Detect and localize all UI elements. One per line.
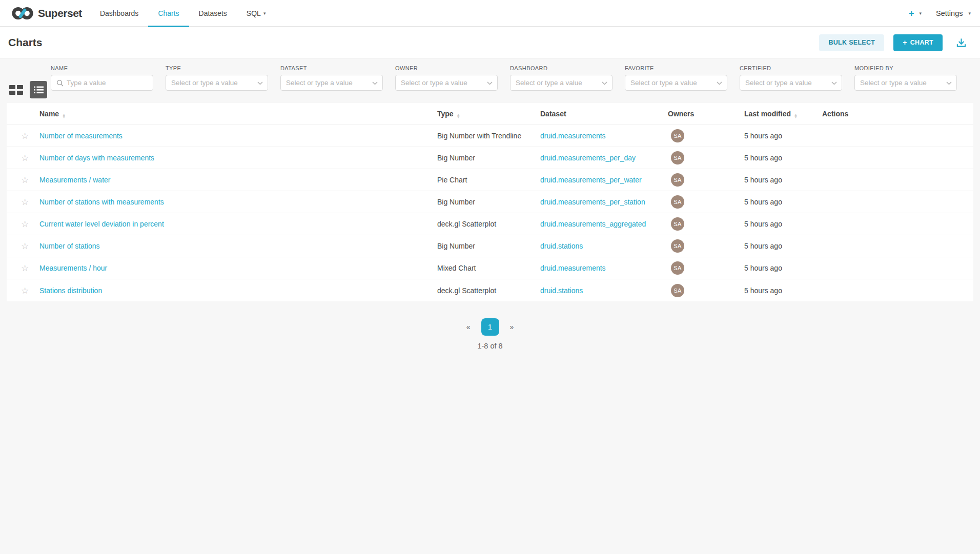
chart-type: Mixed Chart <box>437 264 476 272</box>
content-area: NAMEType a valueTYPESelect or type a val… <box>0 58 980 554</box>
owner-avatar[interactable]: SA <box>671 129 684 142</box>
filter-placeholder: Select or type a value <box>171 79 238 87</box>
sort-icon: ▲▼ <box>62 114 66 118</box>
filter-label: CERTIFIED <box>740 65 842 71</box>
chevron-down-icon <box>487 81 493 85</box>
column-header-last-modified[interactable]: Last modified▲▼ <box>744 110 798 118</box>
owner-avatar[interactable]: SA <box>671 239 684 253</box>
chart-type: Big Number with Trendline <box>437 132 521 140</box>
sort-icon: ▲▼ <box>457 114 460 118</box>
filter-select[interactable]: Select or type a value <box>395 75 498 91</box>
last-modified: 5 hours ago <box>744 242 782 250</box>
dataset-link[interactable]: druid.measurements <box>540 264 606 272</box>
column-header-label: Actions <box>822 110 848 118</box>
chevron-down-icon: ▾ <box>920 11 922 16</box>
page-header: Charts BULK SELECT + CHART <box>0 27 980 58</box>
download-icon <box>956 37 967 48</box>
favorite-star-icon[interactable]: ☆ <box>21 153 29 163</box>
settings-menu[interactable]: Settings ▾ <box>936 9 971 17</box>
dataset-link[interactable]: druid.measurements_per_station <box>540 198 645 206</box>
table-row: ☆Number of days with measurementsBig Num… <box>7 147 973 169</box>
filter-select[interactable]: Select or type a value <box>854 75 957 91</box>
filter-select[interactable]: Select or type a value <box>740 75 842 91</box>
column-header-name[interactable]: Name▲▼ <box>39 110 66 118</box>
chart-type: Big Number <box>437 242 475 250</box>
column-header-type[interactable]: Type▲▼ <box>437 110 460 118</box>
column-header-actions: Actions <box>822 110 848 118</box>
filter-label: NAME <box>51 65 153 71</box>
filter-select[interactable]: Select or type a value <box>510 75 612 91</box>
chevron-down-icon: ▾ <box>968 11 971 16</box>
dataset-link[interactable]: druid.stations <box>540 242 583 250</box>
favorite-star-icon[interactable]: ☆ <box>21 285 29 296</box>
favorite-star-icon[interactable]: ☆ <box>21 197 29 208</box>
page-1-button[interactable]: 1 <box>481 318 499 336</box>
dataset-link[interactable]: druid.stations <box>540 286 583 295</box>
filter-select[interactable]: Select or type a value <box>166 75 268 91</box>
chart-name-link[interactable]: Measurements / hour <box>39 264 107 272</box>
next-page-button[interactable]: » <box>507 321 517 333</box>
owner-avatar[interactable]: SA <box>671 284 684 297</box>
chart-name-link[interactable]: Stations distribution <box>39 286 102 295</box>
add-chart-label: CHART <box>910 39 933 46</box>
dataset-link[interactable]: druid.measurements_per_water <box>540 176 642 184</box>
card-view-toggle[interactable] <box>9 85 23 95</box>
plus-icon: + <box>903 38 907 47</box>
chart-name-link[interactable]: Number of stations with measurements <box>39 198 164 206</box>
chart-type: Pie Chart <box>437 176 467 184</box>
owner-cell: SA <box>671 284 684 297</box>
last-modified: 5 hours ago <box>744 264 782 272</box>
nav-item-sql[interactable]: SQL▾ <box>237 0 276 26</box>
dataset-link[interactable]: druid.measurements_per_day <box>540 154 636 162</box>
owner-avatar[interactable]: SA <box>671 151 684 165</box>
chart-name-link[interactable]: Current water level deviation in percent <box>39 220 164 228</box>
filter-search-input[interactable]: Type a value <box>51 75 153 91</box>
chart-name-link[interactable]: Number of days with measurements <box>39 154 154 162</box>
search-icon <box>56 79 64 87</box>
favorite-star-icon[interactable]: ☆ <box>21 131 29 141</box>
superset-logo[interactable]: Superset <box>11 6 82 21</box>
owner-avatar[interactable]: SA <box>671 173 684 187</box>
filter-select[interactable]: Select or type a value <box>280 75 383 91</box>
owner-avatar[interactable]: SA <box>671 195 684 209</box>
chart-type: Big Number <box>437 198 475 206</box>
nav-item-label: Dashboards <box>100 9 139 17</box>
table-row: ☆Number of stationsBig Numberdruid.stati… <box>7 235 973 257</box>
top-navbar: Superset DashboardsChartsDatasetsSQL▾ + … <box>0 0 980 27</box>
favorite-star-icon[interactable]: ☆ <box>21 175 29 186</box>
list-view-toggle[interactable] <box>30 81 47 98</box>
chart-name-link[interactable]: Number of stations <box>39 242 100 250</box>
import-charts-button[interactable] <box>956 37 967 48</box>
favorite-star-icon[interactable]: ☆ <box>21 219 29 230</box>
chart-name-link[interactable]: Measurements / water <box>39 176 111 184</box>
bulk-select-button[interactable]: BULK SELECT <box>819 34 884 51</box>
nav-item-label: Charts <box>158 9 179 17</box>
chart-name-link[interactable]: Number of measurements <box>39 132 122 140</box>
filter-placeholder: Select or type a value <box>860 79 927 87</box>
filter-select[interactable]: Select or type a value <box>625 75 727 91</box>
dataset-link[interactable]: druid.measurements <box>540 132 606 140</box>
filter-certified: CERTIFIEDSelect or type a value <box>740 65 842 91</box>
nav-item-charts[interactable]: Charts <box>148 0 189 26</box>
filter-owner: OWNERSelect or type a value <box>395 65 498 91</box>
table-row: ☆Number of measurementsBig Number with T… <box>7 125 973 147</box>
nav-item-datasets[interactable]: Datasets <box>189 0 237 26</box>
owner-cell: SA <box>671 261 684 275</box>
prev-page-button[interactable]: « <box>463 321 474 333</box>
nav-item-dashboards[interactable]: Dashboards <box>90 0 149 26</box>
owner-avatar[interactable]: SA <box>671 217 684 231</box>
chevron-down-icon <box>257 81 263 85</box>
filter-placeholder: Select or type a value <box>286 79 353 87</box>
filter-type: TYPESelect or type a value <box>166 65 268 91</box>
filter-label: DATASET <box>280 65 383 71</box>
new-item-menu[interactable]: + ▾ <box>909 9 922 18</box>
favorite-star-icon[interactable]: ☆ <box>21 263 29 274</box>
filter-favorite: FAVORITESelect or type a value <box>625 65 727 91</box>
owner-avatar[interactable]: SA <box>671 261 684 275</box>
favorite-star-icon[interactable]: ☆ <box>21 241 29 252</box>
owner-cell: SA <box>671 173 684 187</box>
dataset-link[interactable]: druid.measurements_aggregated <box>540 220 646 228</box>
page-title: Charts <box>8 36 43 49</box>
table-header-row: Name▲▼Type▲▼DatasetOwnersLast modified▲▼… <box>7 103 973 125</box>
add-chart-button[interactable]: + CHART <box>893 34 943 51</box>
